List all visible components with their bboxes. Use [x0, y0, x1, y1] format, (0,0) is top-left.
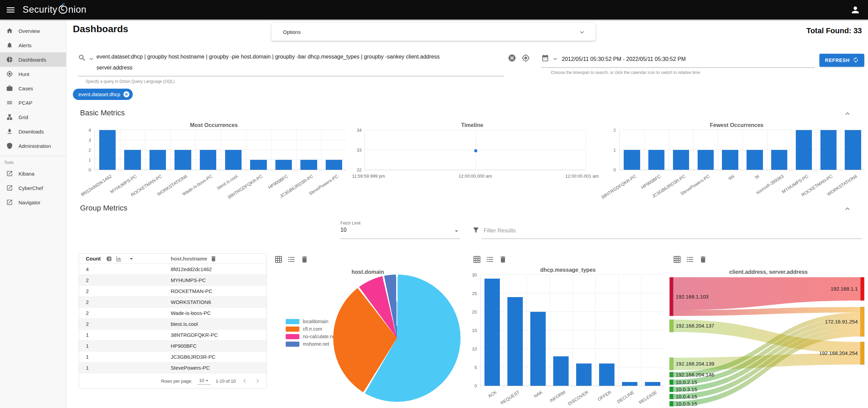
legend-item[interactable]: cfl.rr.com	[286, 325, 337, 333]
calendar-icon[interactable]	[541, 54, 549, 63]
list-view-icon[interactable]	[287, 255, 296, 264]
hostname-column-header[interactable]: host.hostname	[171, 256, 207, 262]
sort-caret-icon[interactable]	[128, 255, 135, 262]
table-row[interactable]: 138NTRGDFQKR-PC	[79, 330, 267, 341]
sidebar-item-hunt[interactable]: Hunt	[0, 67, 66, 81]
options-dropdown[interactable]: Options	[271, 23, 596, 41]
bar-WORKSTATION6[interactable]	[174, 150, 191, 170]
fetch-limit-select[interactable]: 10	[340, 227, 347, 233]
sidebar-item-navigator[interactable]: Navigator	[0, 195, 66, 209]
bar-JC3GB6JRD3R-PC[interactable]	[300, 160, 317, 170]
bar-Wii[interactable]	[722, 150, 738, 170]
sidebar-item-cyberchef[interactable]: CyberChef	[0, 181, 66, 195]
sankey-node-172.16.91.254[interactable]	[860, 307, 864, 336]
sidebar-item-dashboards[interactable]: Dashboards	[0, 52, 66, 67]
pie-chart-toggle-icon[interactable]	[106, 256, 112, 262]
table-row[interactable]: 2btest.is.cool	[79, 319, 267, 330]
bar-MYHUMPS-PC[interactable]	[124, 150, 141, 170]
bar-DECLINE[interactable]	[622, 382, 637, 386]
sidebar-item-pcap[interactable]: PCAP	[0, 95, 66, 110]
sankey-node-10.0.5.15[interactable]	[670, 401, 673, 406]
bar-sourcefi-399363[interactable]	[771, 150, 787, 170]
sidebar-item-alerts[interactable]: Alerts	[0, 38, 66, 52]
bar-chart-toggle-icon[interactable]	[116, 255, 122, 262]
table-view-icon[interactable]	[673, 255, 681, 264]
list-view-icon[interactable]	[486, 255, 494, 264]
bar-Wade-is-boss-PC[interactable]	[200, 150, 217, 170]
delete-panel-icon[interactable]	[699, 255, 707, 264]
next-page-icon[interactable]	[254, 377, 262, 385]
table-row[interactable]: 2Wade-is-boss-PC	[79, 308, 267, 319]
bar-8fd12edd2dc1462[interactable]	[99, 130, 116, 170]
table-row[interactable]: 1HP900BFC	[79, 341, 267, 352]
delete-panel-icon[interactable]	[300, 255, 309, 264]
table-view-icon[interactable]	[473, 255, 481, 264]
bar-StevePowers-PC[interactable]	[326, 160, 342, 170]
bar-NAK[interactable]	[530, 312, 545, 386]
legend-item[interactable]: localdomain	[286, 318, 337, 325]
sankey-node-192.168.204.146[interactable]	[670, 372, 673, 377]
bar-38NTRGDFQKR-PC[interactable]	[624, 150, 640, 170]
bar-HP900BFC[interactable]	[648, 150, 664, 170]
table-row[interactable]: 2ROCKETMAN-PC	[79, 286, 267, 297]
bar-ROCKETMAN-PC[interactable]	[820, 130, 837, 170]
sankey-node-10.0.3.15[interactable]	[670, 387, 673, 392]
sankey-node-192.168.1.103[interactable]	[670, 277, 673, 316]
sidebar-item-kibana[interactable]: Kibana	[0, 166, 66, 181]
bar-DISCOVER[interactable]	[576, 364, 591, 386]
chip-close-icon[interactable]	[123, 91, 130, 98]
fetch-limit-caret-icon[interactable]	[453, 228, 460, 236]
bar-ACK[interactable]	[484, 279, 500, 386]
quick-actions-target-icon[interactable]	[521, 54, 530, 64]
query-mode-chevron-icon[interactable]	[88, 56, 94, 63]
sidebar-item-grid[interactable]: Grid	[0, 110, 66, 124]
sidebar-item-overview[interactable]: Overview	[0, 24, 66, 38]
table-row[interactable]: 2MYHUMPS-PC	[79, 275, 267, 286]
sankey-node-192.168.1.1[interactable]	[860, 277, 864, 301]
pie-chart[interactable]	[333, 275, 461, 402]
bar-WORKSTATION6[interactable]	[845, 130, 861, 170]
count-column-header[interactable]: Count	[86, 256, 101, 262]
rows-per-page-select[interactable]: 10	[197, 378, 211, 385]
sankey-node-192.168.204.254[interactable]	[860, 342, 864, 365]
sidebar-item-cases[interactable]: Cases	[0, 81, 66, 95]
bar-HP900BFC[interactable]	[275, 160, 292, 170]
sankey-node-10.0.2.15[interactable]	[670, 380, 673, 385]
sidebar-item-downloads[interactable]: Downloads	[0, 124, 66, 139]
table-row[interactable]: 1StevePowers-PC	[79, 362, 267, 373]
bar-38NTRGDFQKR-PC[interactable]	[250, 160, 267, 170]
clear-query-icon[interactable]	[508, 54, 516, 64]
bar-JC3GB6JRD3R-PC[interactable]	[673, 150, 689, 170]
search-icon[interactable]	[78, 54, 86, 63]
search-input-line2[interactable]: server.address	[96, 65, 504, 71]
table-row[interactable]: 1JC3GB6JRD3R-PC	[79, 352, 267, 362]
legend-item[interactable]: no-calculate.net	[286, 333, 337, 340]
legend-item[interactable]: mshome.net	[286, 340, 337, 348]
timespan-input[interactable]: 2012/05/11 05:30:52 PM - 2022/05/11 05:3…	[562, 56, 686, 62]
delete-panel-icon[interactable]	[499, 255, 507, 264]
sankey-node-10.0.4.15[interactable]	[670, 394, 673, 399]
filter-results-input[interactable]: Filter Results	[484, 228, 516, 234]
basic-metrics-collapse-icon[interactable]	[844, 110, 851, 119]
sankey-node-192.168.204.139[interactable]	[670, 358, 673, 370]
filter-chip[interactable]: event.dataset:dhcp	[73, 89, 133, 100]
timespan-chevron-icon[interactable]	[552, 56, 558, 63]
bar-bt[interactable]	[747, 150, 763, 170]
list-view-icon[interactable]	[686, 255, 694, 264]
search-input-line1[interactable]: event.dataset:dhcp | groupby host.hostna…	[96, 54, 504, 60]
table-row[interactable]: 2WORKSTATION6	[79, 297, 267, 308]
bar-StevePowers-PC[interactable]	[698, 150, 714, 170]
bar-REQUEST[interactable]	[507, 297, 522, 386]
timeline-data-point[interactable]	[474, 149, 477, 152]
table-row[interactable]: 48fd12edd2dc1462	[79, 264, 267, 275]
table-view-icon[interactable]	[274, 255, 283, 264]
sidebar-item-administration[interactable]: Administration	[0, 139, 66, 153]
bar-OFFER[interactable]	[599, 364, 614, 386]
bar-btest.is.cool[interactable]	[225, 150, 242, 170]
bar-INFORM[interactable]	[553, 356, 568, 386]
bar-MYHUMPS-PC[interactable]	[796, 130, 812, 170]
refresh-button[interactable]: REFRESH	[819, 54, 864, 67]
delete-column-icon[interactable]	[210, 255, 217, 262]
bar-RELEASE[interactable]	[645, 382, 660, 386]
menu-icon[interactable]	[5, 5, 16, 15]
